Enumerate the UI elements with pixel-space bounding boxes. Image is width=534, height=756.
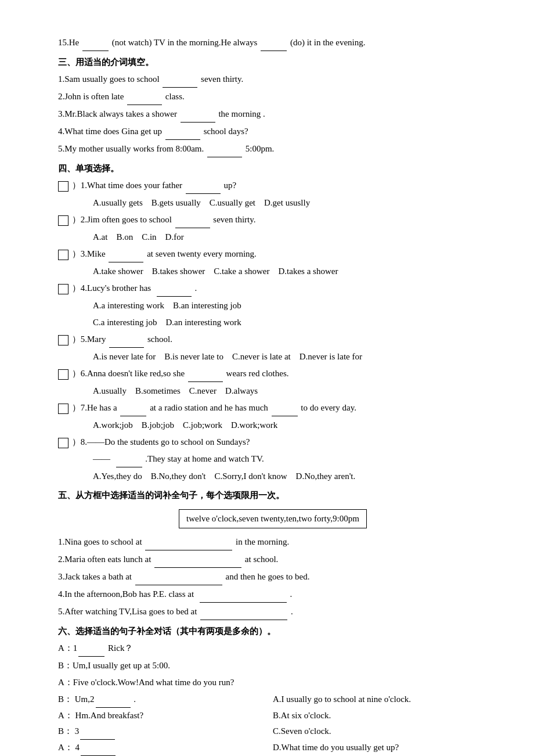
blank-q15-2	[261, 35, 287, 51]
blank-s5-4	[200, 586, 287, 603]
blank-s3-1	[163, 71, 197, 88]
section-5: 五、从方框中选择适当的词补全句子，每个选项限用一次。 twelve o'cloc…	[58, 488, 488, 620]
section5-item-5: 5.After watching TV,Lisa goes to bed at …	[58, 604, 488, 620]
section6-twocol-row2: A： Hm.And breakfast? B.At six o'clock.	[58, 708, 488, 723]
bracket-4-8	[58, 438, 68, 448]
blank-s6-4	[81, 740, 116, 756]
page-content: 15.He (not watch) TV in the morning.He a…	[58, 35, 488, 756]
blank-4-4	[157, 280, 192, 297]
section-4-title: 四、单项选择。	[58, 161, 488, 177]
section5-item-1: 1.Nina goes to school at in the morning.	[58, 534, 488, 550]
bracket-4-7	[58, 404, 68, 414]
section3-item-4: 4.What time does Gina get up school days…	[58, 124, 488, 140]
q4-5-opts: A.is never late for B.is never late to C…	[58, 349, 488, 365]
section6-twocol-row4: A： 4 D.What time do you usually get up?	[58, 740, 488, 756]
q4-4-opts1: A.a interesting work B.an interesting jo…	[58, 298, 488, 314]
section-4: 四、单项选择。 ）1.What time does your father up…	[58, 161, 488, 484]
q4-7-text: ）7.He has a at a radio station and he ha…	[72, 403, 356, 412]
q4-2-opts: A.at B.on C.in D.for	[58, 229, 488, 245]
section5-item-4: 4.In the afternoon,Bob has P.E. class at…	[58, 586, 488, 603]
section3-item-1: 1.Sam usually goes to school seven thirt…	[58, 71, 488, 88]
section6-line-B1: B：Um,I usually get up at 5:00.	[58, 658, 488, 674]
blank-s5-1	[145, 534, 232, 550]
blank-s3-5	[207, 141, 242, 157]
blank-s6-2	[96, 692, 131, 708]
blank-s5-2	[154, 552, 241, 568]
section4-q5: ）5.Mary school. A.is never late for B.is…	[58, 332, 488, 365]
blank-4-1	[186, 178, 221, 194]
section4-q2: ）2.Jim often goes to school seven thirty…	[58, 212, 488, 245]
bracket-4-1	[58, 181, 68, 192]
q4-6-text: ）6.Anna doesn't like red,so she wears re…	[72, 369, 289, 378]
q4-3-text: ）3.Mike at seven twenty every morning.	[72, 249, 257, 258]
blank-4-7a	[120, 400, 146, 416]
blank-s5-5	[200, 604, 287, 620]
blank-s3-3	[181, 106, 215, 123]
blank-s6-3	[80, 723, 115, 740]
blank-4-7b	[272, 400, 298, 416]
q4-4-opts2: C.a interesting job D.an interesting wor…	[58, 315, 488, 330]
section-3: 三、用适当的介词填空。 1.Sam usually goes to school…	[58, 55, 488, 157]
section4-q4: ）4.Lucy's brother has . A.a interesting …	[58, 280, 488, 330]
section6-left-4: A： 4	[58, 740, 273, 756]
section-6-title: 六、选择适当的句子补全对话（其中有两项是多余的）。	[58, 624, 488, 639]
blank-4-6	[188, 366, 223, 382]
q4-1-text: ）1.What time does your father up?	[72, 181, 237, 190]
q4-8-text2: —— .They stay at home and watch TV.	[58, 451, 488, 467]
section6-left-2: A： Hm.And breakfast?	[58, 708, 273, 723]
bracket-4-4	[58, 284, 68, 294]
section6-left-1: B： Um,2 .	[58, 692, 273, 708]
blank-4-3	[109, 246, 143, 262]
section4-q8: ）8.——Do the students go to school on Sun…	[58, 434, 488, 484]
section6-left-3: B： 3	[58, 723, 273, 740]
question-15: 15.He (not watch) TV in the morning.He a…	[58, 35, 488, 51]
blank-4-5	[109, 332, 144, 348]
section6-twocol-row3: B： 3 C.Seven o'clock.	[58, 723, 488, 740]
q4-3-opts: A.take shower B.takes shower C.take a sh…	[58, 264, 488, 279]
section6-line-A2: A：Five o'clock.Wow!And what time do you …	[58, 675, 488, 690]
blank-s5-3	[135, 569, 222, 585]
q4-6-opts: A.usually B.sometimes C.never D.always	[58, 383, 488, 399]
q15-text: 15.He (not watch) TV in the morning.He a…	[58, 35, 488, 51]
bracket-4-6	[58, 369, 68, 380]
section6-right-1: A.I usually go to school at nine o'clock…	[273, 692, 488, 708]
section4-q7: ）7.He has a at a radio station and he ha…	[58, 400, 488, 433]
section3-item-5: 5.My mother usually works from 8:00am. 5…	[58, 141, 488, 157]
q4-1-opts: A.usually gets B.gets usually C.usually …	[58, 195, 488, 211]
section-3-title: 三、用适当的介词填空。	[58, 55, 488, 70]
q4-7-opts: A.work;job B.job;job C.job;work D.work;w…	[58, 417, 488, 433]
blank-s3-2	[127, 89, 162, 105]
section4-q1: ）1.What time does your father up? A.usua…	[58, 178, 488, 211]
section4-q3: ）3.Mike at seven twenty every morning. A…	[58, 246, 488, 279]
section3-item-3: 3.Mr.Black always takes a shower the mor…	[58, 106, 488, 123]
blank-s6-1	[78, 640, 104, 657]
section4-q6: ）6.Anna doesn't like red,so she wears re…	[58, 366, 488, 399]
q4-4-text: ）4.Lucy's brother has .	[72, 283, 197, 293]
q4-2-text: ）2.Jim often goes to school seven thirty…	[72, 215, 256, 224]
bracket-4-3	[58, 250, 68, 260]
section3-item-2: 2.John is often late class.	[58, 89, 488, 105]
section-5-title: 五、从方框中选择适当的词补全句子，每个选项限用一次。	[58, 488, 488, 503]
q4-8-text: ）8.——Do the students go to school on Sun…	[72, 437, 250, 447]
section5-item-2: 2.Maria often eats lunch at at school.	[58, 552, 488, 568]
bracket-4-2	[58, 215, 68, 226]
section6-right-3: C.Seven o'clock.	[273, 723, 488, 740]
section6-right-2: B.At six o'clock.	[273, 708, 488, 723]
section6-twocol-row1: B： Um,2 . A.I usually go to school at ni…	[58, 692, 488, 708]
blank-4-2	[175, 212, 210, 228]
word-box: twelve o'clock,seven twenty,ten,two fort…	[179, 509, 367, 528]
q4-5-text: ）5.Mary school.	[72, 334, 172, 344]
word-box-container: twelve o'clock,seven twenty,ten,two fort…	[58, 507, 488, 531]
blank-4-8	[116, 451, 142, 467]
bracket-4-5	[58, 335, 68, 345]
blank-s3-4	[165, 124, 200, 140]
blank-q15-1	[82, 35, 109, 51]
section6-right-4: D.What time do you usually get up?	[273, 740, 488, 756]
section-6: 六、选择适当的句子补全对话（其中有两项是多余的）。 A：1 Rick？ B：Um…	[58, 624, 488, 756]
q4-8-opts: A.Yes,they do B.No,they don't C.Sorry,I …	[58, 469, 488, 484]
section6-line-A1: A：1 Rick？	[58, 640, 488, 657]
section5-item-3: 3.Jack takes a bath at and then he goes …	[58, 569, 488, 585]
